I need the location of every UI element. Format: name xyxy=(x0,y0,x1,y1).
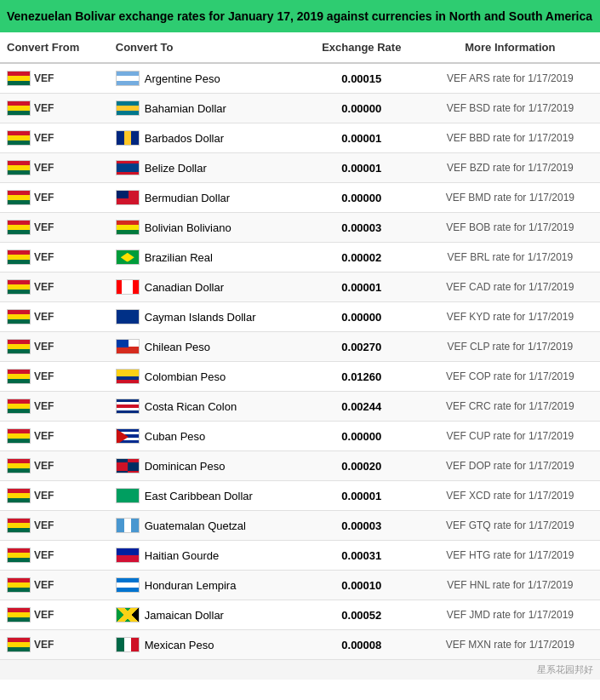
convert-from-cell: VEF xyxy=(0,273,109,302)
from-flag-icon xyxy=(7,250,31,265)
convert-to-cell: Bahamian Dollar xyxy=(109,94,303,123)
from-currency-code: VEF xyxy=(34,72,54,84)
exchange-rate-cell: 0.00052 xyxy=(303,600,420,630)
convert-from-cell: VEF xyxy=(0,94,109,123)
from-flag-icon xyxy=(7,71,31,86)
from-flag-icon xyxy=(7,369,31,384)
to-flag-icon xyxy=(116,100,140,116)
to-flag-icon xyxy=(116,369,140,384)
convert-from-cell: VEF xyxy=(0,362,109,392)
to-currency-name: Costa Rican Colon xyxy=(145,400,237,413)
convert-from-cell: VEF xyxy=(0,571,109,600)
to-flag-icon xyxy=(116,399,140,414)
from-currency-code: VEF xyxy=(34,132,54,144)
from-currency-code: VEF xyxy=(34,549,54,561)
table-row: VEF Bolivian Boliviano 0.00003VEF BOB ra… xyxy=(0,213,600,243)
exchange-rate-cell: 0.00015 xyxy=(303,63,420,94)
convert-from-cell: VEF xyxy=(0,123,109,153)
table-row: VEF Dominican Peso 0.00020VEF DOP rate f… xyxy=(0,451,600,481)
more-info-cell[interactable]: VEF BBD rate for 1/17/2019 xyxy=(420,123,600,153)
exchange-rate-cell: 0.00000 xyxy=(303,94,420,123)
convert-from-cell: VEF xyxy=(0,541,109,571)
table-row: VEF Jamaican Dollar 0.00052VEF JMD rate … xyxy=(0,600,600,630)
to-currency-name: Cuban Peso xyxy=(145,430,206,443)
from-currency-code: VEF xyxy=(34,192,54,204)
from-currency-code: VEF xyxy=(34,281,54,293)
to-currency-name: Brazilian Real xyxy=(145,251,213,264)
more-info-cell[interactable]: VEF CRC rate for 1/17/2019 xyxy=(420,392,600,422)
convert-to-cell: Guatemalan Quetzal xyxy=(109,511,303,541)
more-info-cell[interactable]: VEF JMD rate for 1/17/2019 xyxy=(420,600,600,630)
more-info-cell[interactable]: VEF HNL rate for 1/17/2019 xyxy=(420,571,600,600)
table-row: VEF Argentine Peso 0.00015VEF ARS rate f… xyxy=(0,63,600,94)
more-info-cell[interactable]: VEF COP rate for 1/17/2019 xyxy=(420,362,600,392)
more-info-cell[interactable]: VEF ARS rate for 1/17/2019 xyxy=(420,63,600,94)
to-flag-icon xyxy=(116,548,140,563)
from-flag-icon xyxy=(7,428,31,444)
from-currency-code: VEF xyxy=(34,609,54,621)
convert-to-cell: Bermudian Dollar xyxy=(109,183,303,213)
convert-to-cell: Haitian Gourde xyxy=(109,541,303,571)
convert-to-cell: Cayman Islands Dollar xyxy=(109,302,303,332)
convert-from-cell: VEF xyxy=(0,600,109,630)
convert-to-cell: Dominican Peso xyxy=(109,451,303,481)
convert-to-cell: Mexican Peso xyxy=(109,630,303,660)
to-currency-name: Dominican Peso xyxy=(145,460,226,473)
exchange-rate-cell: 0.00000 xyxy=(303,302,420,332)
to-flag-icon xyxy=(116,250,140,265)
convert-to-cell: East Caribbean Dollar xyxy=(109,481,303,511)
table-row: VEF Bahamian Dollar 0.00000VEF BSD rate … xyxy=(0,94,600,123)
to-currency-name: Guatemalan Quetzal xyxy=(145,519,246,532)
from-flag-icon xyxy=(7,399,31,414)
more-info-cell[interactable]: VEF KYD rate for 1/17/2019 xyxy=(420,302,600,332)
exchange-rate-cell: 0.01260 xyxy=(303,362,420,392)
more-info-cell[interactable]: VEF HTG rate for 1/17/2019 xyxy=(420,541,600,571)
to-currency-name: Colombian Peso xyxy=(145,370,226,383)
exchange-rate-cell: 0.00244 xyxy=(303,392,420,422)
more-info-cell[interactable]: VEF DOP rate for 1/17/2019 xyxy=(420,451,600,481)
more-info-cell[interactable]: VEF CUP rate for 1/17/2019 xyxy=(420,422,600,451)
more-info-cell[interactable]: VEF BSD rate for 1/17/2019 xyxy=(420,94,600,123)
more-info-cell[interactable]: VEF BRL rate for 1/17/2019 xyxy=(420,243,600,273)
exchange-rate-cell: 0.00020 xyxy=(303,451,420,481)
more-info-cell[interactable]: VEF XCD rate for 1/17/2019 xyxy=(420,481,600,511)
to-currency-name: Barbados Dollar xyxy=(145,132,224,145)
from-currency-code: VEF xyxy=(34,430,54,442)
from-flag-icon xyxy=(7,100,31,116)
from-currency-code: VEF xyxy=(34,251,54,263)
more-info-cell[interactable]: VEF BOB rate for 1/17/2019 xyxy=(420,213,600,243)
table-row: VEF Brazilian Real 0.00002VEF BRL rate f… xyxy=(0,243,600,273)
page-title: Venezuelan Bolivar exchange rates for Ja… xyxy=(0,0,600,32)
from-flag-icon xyxy=(7,548,31,563)
convert-to-cell: Bolivian Boliviano xyxy=(109,213,303,243)
from-currency-code: VEF xyxy=(34,341,54,353)
from-flag-icon xyxy=(7,309,31,324)
to-currency-name: Canadian Dollar xyxy=(145,281,224,294)
convert-from-cell: VEF xyxy=(0,392,109,422)
to-currency-name: East Caribbean Dollar xyxy=(145,490,253,502)
convert-to-cell: Canadian Dollar xyxy=(109,273,303,302)
more-info-cell[interactable]: VEF BZD rate for 1/17/2019 xyxy=(420,153,600,183)
more-info-cell[interactable]: VEF CAD rate for 1/17/2019 xyxy=(420,273,600,302)
table-row: VEF Guatemalan Quetzal 0.00003VEF GTQ ra… xyxy=(0,511,600,541)
to-currency-name: Honduran Lempira xyxy=(145,579,237,592)
more-info-cell[interactable]: VEF GTQ rate for 1/17/2019 xyxy=(420,511,600,541)
exchange-rate-cell: 0.00010 xyxy=(303,571,420,600)
from-flag-icon xyxy=(7,577,31,593)
from-flag-icon xyxy=(7,458,31,473)
more-info-cell[interactable]: VEF MXN rate for 1/17/2019 xyxy=(420,630,600,660)
more-info-cell[interactable]: VEF BMD rate for 1/17/2019 xyxy=(420,183,600,213)
table-row: VEF Cayman Islands Dollar 0.00000VEF KYD… xyxy=(0,302,600,332)
to-flag-icon xyxy=(116,488,140,503)
more-info-cell[interactable]: VEF CLP rate for 1/17/2019 xyxy=(420,332,600,362)
convert-from-cell: VEF xyxy=(0,153,109,183)
convert-from-cell: VEF xyxy=(0,63,109,94)
to-currency-name: Bahamian Dollar xyxy=(145,102,226,115)
convert-from-cell: VEF xyxy=(0,481,109,511)
from-flag-icon xyxy=(7,637,31,652)
from-flag-icon xyxy=(7,279,31,295)
from-currency-code: VEF xyxy=(34,519,54,531)
from-currency-code: VEF xyxy=(34,370,54,382)
convert-from-cell: VEF xyxy=(0,630,109,660)
table-row: VEF Barbados Dollar 0.00001VEF BBD rate … xyxy=(0,123,600,153)
